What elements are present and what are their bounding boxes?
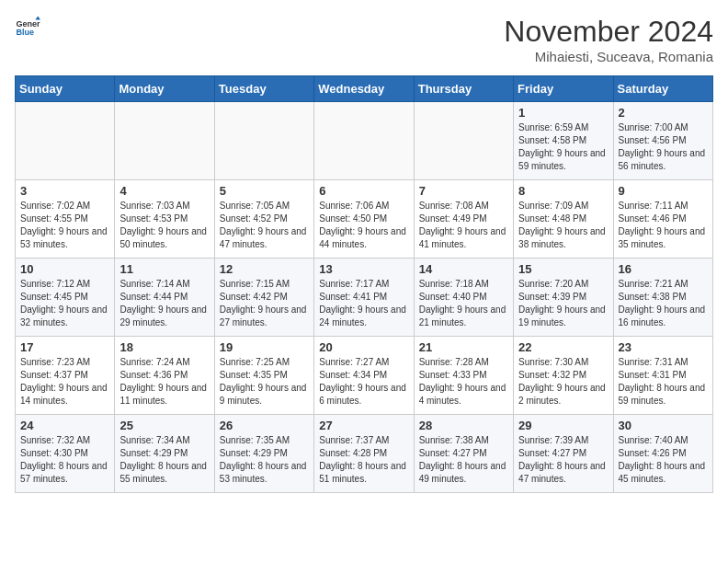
day-number: 5 — [220, 184, 309, 198]
calendar-week-5: 24Sunrise: 7:32 AM Sunset: 4:30 PM Dayli… — [16, 415, 713, 493]
day-info: Sunrise: 7:32 AM Sunset: 4:30 PM Dayligh… — [20, 434, 109, 486]
svg-text:Blue: Blue — [16, 28, 34, 37]
calendar-cell — [115, 102, 214, 180]
day-number: 27 — [319, 419, 408, 432]
calendar-cell: 7Sunrise: 7:08 AM Sunset: 4:49 PM Daylig… — [414, 180, 513, 259]
calendar-cell: 6Sunrise: 7:06 AM Sunset: 4:50 PM Daylig… — [314, 180, 414, 259]
day-number: 1 — [518, 106, 608, 120]
calendar-week-4: 17Sunrise: 7:23 AM Sunset: 4:37 PM Dayli… — [16, 337, 713, 415]
day-info: Sunrise: 7:30 AM Sunset: 4:32 PM Dayligh… — [518, 356, 608, 408]
day-info: Sunrise: 7:39 AM Sunset: 4:27 PM Dayligh… — [518, 434, 608, 486]
calendar-cell — [16, 102, 115, 180]
day-number: 10 — [20, 262, 109, 276]
calendar-cell: 18Sunrise: 7:24 AM Sunset: 4:36 PM Dayli… — [115, 337, 214, 415]
day-info: Sunrise: 7:06 AM Sunset: 4:50 PM Dayligh… — [319, 200, 408, 251]
calendar-cell — [414, 102, 513, 180]
day-info: Sunrise: 7:27 AM Sunset: 4:34 PM Dayligh… — [319, 356, 408, 408]
svg-marker-2 — [35, 16, 40, 19]
day-info: Sunrise: 7:05 AM Sunset: 4:52 PM Dayligh… — [220, 200, 309, 251]
calendar-cell: 22Sunrise: 7:30 AM Sunset: 4:32 PM Dayli… — [514, 337, 613, 415]
logo: General Blue — [15, 15, 40, 40]
day-info: Sunrise: 7:34 AM Sunset: 4:29 PM Dayligh… — [119, 434, 209, 486]
day-header-friday: Friday — [514, 76, 613, 102]
day-info: Sunrise: 7:08 AM Sunset: 4:49 PM Dayligh… — [419, 200, 508, 251]
calendar-cell: 16Sunrise: 7:21 AM Sunset: 4:38 PM Dayli… — [613, 259, 712, 337]
calendar-cell: 21Sunrise: 7:28 AM Sunset: 4:33 PM Dayli… — [414, 337, 513, 415]
day-number: 18 — [119, 340, 209, 354]
day-number: 30 — [619, 419, 708, 432]
title-area: November 2024 Mihaiesti, Suceava, Romani… — [504, 15, 713, 64]
day-number: 24 — [20, 419, 109, 432]
day-header-monday: Monday — [115, 76, 214, 102]
day-info: Sunrise: 7:03 AM Sunset: 4:53 PM Dayligh… — [119, 200, 209, 251]
day-info: Sunrise: 7:28 AM Sunset: 4:33 PM Dayligh… — [419, 356, 508, 408]
day-number: 25 — [119, 419, 209, 432]
calendar-cell: 30Sunrise: 7:40 AM Sunset: 4:26 PM Dayli… — [613, 415, 712, 493]
day-number: 6 — [319, 184, 408, 198]
day-number: 15 — [518, 262, 608, 276]
calendar-cell: 19Sunrise: 7:25 AM Sunset: 4:35 PM Dayli… — [214, 337, 313, 415]
calendar-cell: 13Sunrise: 7:17 AM Sunset: 4:41 PM Dayli… — [314, 259, 414, 337]
day-info: Sunrise: 7:37 AM Sunset: 4:28 PM Dayligh… — [319, 434, 408, 486]
day-info: Sunrise: 7:40 AM Sunset: 4:26 PM Dayligh… — [619, 434, 708, 486]
day-info: Sunrise: 7:35 AM Sunset: 4:29 PM Dayligh… — [220, 434, 309, 486]
calendar-cell: 10Sunrise: 7:12 AM Sunset: 4:45 PM Dayli… — [16, 259, 115, 337]
day-number: 28 — [419, 419, 508, 432]
day-info: Sunrise: 7:14 AM Sunset: 4:44 PM Dayligh… — [119, 278, 209, 329]
day-info: Sunrise: 7:20 AM Sunset: 4:39 PM Dayligh… — [518, 278, 608, 329]
day-info: Sunrise: 7:17 AM Sunset: 4:41 PM Dayligh… — [319, 278, 408, 329]
day-number: 9 — [619, 184, 708, 198]
day-number: 3 — [20, 184, 109, 198]
day-info: Sunrise: 7:23 AM Sunset: 4:37 PM Dayligh… — [20, 356, 109, 408]
day-number: 13 — [319, 262, 408, 276]
calendar-cell: 17Sunrise: 7:23 AM Sunset: 4:37 PM Dayli… — [16, 337, 115, 415]
calendar-cell: 8Sunrise: 7:09 AM Sunset: 4:48 PM Daylig… — [514, 180, 613, 259]
day-number: 2 — [619, 106, 708, 120]
calendar-cell — [214, 102, 313, 180]
calendar-cell: 1Sunrise: 6:59 AM Sunset: 4:58 PM Daylig… — [514, 102, 613, 180]
day-number: 23 — [619, 340, 708, 354]
day-header-sunday: Sunday — [16, 76, 115, 102]
calendar-week-2: 3Sunrise: 7:02 AM Sunset: 4:55 PM Daylig… — [16, 180, 713, 259]
day-info: Sunrise: 7:31 AM Sunset: 4:31 PM Dayligh… — [619, 356, 708, 408]
calendar-week-3: 10Sunrise: 7:12 AM Sunset: 4:45 PM Dayli… — [16, 259, 713, 337]
logo-icon: General Blue — [15, 15, 40, 40]
calendar-cell: 5Sunrise: 7:05 AM Sunset: 4:52 PM Daylig… — [214, 180, 313, 259]
day-number: 29 — [518, 419, 608, 432]
day-info: Sunrise: 7:11 AM Sunset: 4:46 PM Dayligh… — [619, 200, 708, 251]
calendar-cell: 11Sunrise: 7:14 AM Sunset: 4:44 PM Dayli… — [115, 259, 214, 337]
day-number: 20 — [319, 340, 408, 354]
calendar-cell: 25Sunrise: 7:34 AM Sunset: 4:29 PM Dayli… — [115, 415, 214, 493]
day-number: 19 — [220, 340, 309, 354]
calendar-cell: 26Sunrise: 7:35 AM Sunset: 4:29 PM Dayli… — [214, 415, 313, 493]
calendar-cell: 12Sunrise: 7:15 AM Sunset: 4:42 PM Dayli… — [214, 259, 313, 337]
day-info: Sunrise: 7:15 AM Sunset: 4:42 PM Dayligh… — [220, 278, 309, 329]
calendar-cell: 4Sunrise: 7:03 AM Sunset: 4:53 PM Daylig… — [115, 180, 214, 259]
day-info: Sunrise: 7:18 AM Sunset: 4:40 PM Dayligh… — [419, 278, 508, 329]
calendar-header-row: SundayMondayTuesdayWednesdayThursdayFrid… — [16, 76, 713, 102]
calendar-table: SundayMondayTuesdayWednesdayThursdayFrid… — [15, 75, 713, 493]
day-number: 14 — [419, 262, 508, 276]
day-number: 12 — [220, 262, 309, 276]
day-info: Sunrise: 7:00 AM Sunset: 4:56 PM Dayligh… — [619, 121, 708, 173]
calendar-cell: 3Sunrise: 7:02 AM Sunset: 4:55 PM Daylig… — [16, 180, 115, 259]
day-header-saturday: Saturday — [613, 76, 712, 102]
day-number: 16 — [619, 262, 708, 276]
header: General Blue November 2024 Mihaiesti, Su… — [15, 15, 713, 64]
calendar-cell: 2Sunrise: 7:00 AM Sunset: 4:56 PM Daylig… — [613, 102, 712, 180]
day-number: 11 — [119, 262, 209, 276]
day-number: 26 — [220, 419, 309, 432]
calendar-cell: 15Sunrise: 7:20 AM Sunset: 4:39 PM Dayli… — [514, 259, 613, 337]
calendar-cell: 14Sunrise: 7:18 AM Sunset: 4:40 PM Dayli… — [414, 259, 513, 337]
day-number: 17 — [20, 340, 109, 354]
calendar-cell: 23Sunrise: 7:31 AM Sunset: 4:31 PM Dayli… — [613, 337, 712, 415]
month-title: November 2024 — [504, 15, 713, 49]
calendar-cell: 27Sunrise: 7:37 AM Sunset: 4:28 PM Dayli… — [314, 415, 414, 493]
day-info: Sunrise: 7:38 AM Sunset: 4:27 PM Dayligh… — [419, 434, 508, 486]
location-subtitle: Mihaiesti, Suceava, Romania — [504, 49, 713, 64]
day-info: Sunrise: 6:59 AM Sunset: 4:58 PM Dayligh… — [518, 121, 608, 173]
day-info: Sunrise: 7:09 AM Sunset: 4:48 PM Dayligh… — [518, 200, 608, 251]
day-info: Sunrise: 7:21 AM Sunset: 4:38 PM Dayligh… — [619, 278, 708, 329]
calendar-body: 1Sunrise: 6:59 AM Sunset: 4:58 PM Daylig… — [16, 102, 713, 493]
day-header-thursday: Thursday — [414, 76, 513, 102]
